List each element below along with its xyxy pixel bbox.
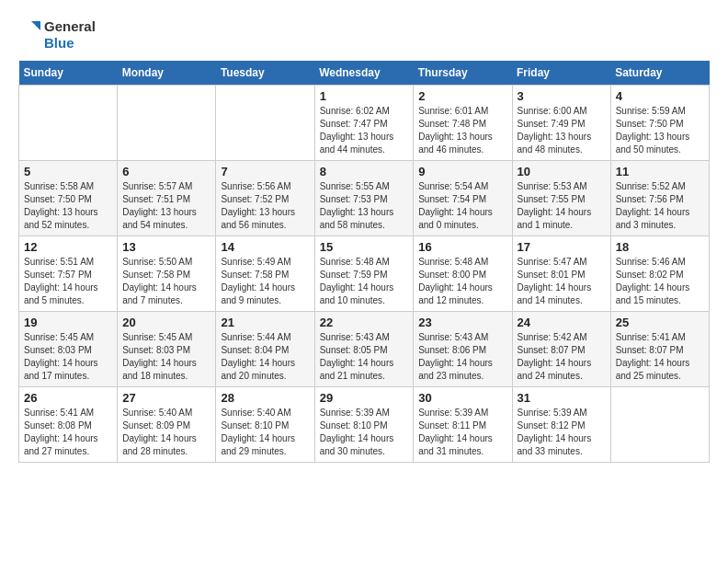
day-info: Sunrise: 5:40 AM Sunset: 8:10 PM Dayligh… bbox=[221, 407, 309, 458]
day-info: Sunrise: 5:47 AM Sunset: 8:01 PM Dayligh… bbox=[518, 256, 606, 307]
day-number: 17 bbox=[518, 240, 606, 254]
day-number: 5 bbox=[24, 165, 112, 178]
calendar-cell: 5Sunrise: 5:58 AM Sunset: 7:50 PM Daylig… bbox=[19, 161, 118, 236]
calendar-cell bbox=[19, 86, 118, 161]
calendar-cell: 31Sunrise: 5:39 AM Sunset: 8:12 PM Dayli… bbox=[512, 387, 610, 463]
day-info: Sunrise: 6:01 AM Sunset: 7:48 PM Dayligh… bbox=[418, 105, 506, 156]
calendar-week-2: 5Sunrise: 5:58 AM Sunset: 7:50 PM Daylig… bbox=[19, 161, 710, 236]
calendar-cell: 6Sunrise: 5:57 AM Sunset: 7:51 PM Daylig… bbox=[118, 161, 216, 236]
logo-text: General Blue bbox=[44, 18, 96, 52]
day-info: Sunrise: 5:43 AM Sunset: 8:05 PM Dayligh… bbox=[320, 331, 409, 383]
header-tuesday: Tuesday bbox=[216, 61, 314, 86]
calendar-cell: 17Sunrise: 5:47 AM Sunset: 8:01 PM Dayli… bbox=[512, 236, 610, 312]
day-info: Sunrise: 6:02 AM Sunset: 7:47 PM Dayligh… bbox=[320, 105, 409, 156]
calendar-cell: 13Sunrise: 5:50 AM Sunset: 7:58 PM Dayli… bbox=[118, 236, 216, 312]
day-number: 31 bbox=[518, 391, 606, 405]
day-info: Sunrise: 5:58 AM Sunset: 7:50 PM Dayligh… bbox=[24, 180, 112, 232]
calendar-cell bbox=[118, 86, 216, 161]
day-number: 28 bbox=[221, 391, 309, 405]
day-info: Sunrise: 5:45 AM Sunset: 8:03 PM Dayligh… bbox=[24, 331, 112, 383]
calendar-table: SundayMondayTuesdayWednesdayThursdayFrid… bbox=[18, 61, 710, 463]
calendar-cell: 20Sunrise: 5:45 AM Sunset: 8:03 PM Dayli… bbox=[118, 312, 216, 387]
page-header: General Blue bbox=[18, 18, 710, 52]
day-number: 10 bbox=[518, 165, 606, 178]
logo: General Blue bbox=[18, 18, 96, 52]
header-saturday: Saturday bbox=[610, 61, 709, 86]
calendar-cell: 28Sunrise: 5:40 AM Sunset: 8:10 PM Dayli… bbox=[216, 387, 314, 463]
calendar-cell bbox=[216, 86, 314, 161]
day-info: Sunrise: 5:59 AM Sunset: 7:50 PM Dayligh… bbox=[616, 105, 704, 156]
calendar-cell: 23Sunrise: 5:43 AM Sunset: 8:06 PM Dayli… bbox=[414, 312, 512, 387]
day-info: Sunrise: 5:50 AM Sunset: 7:58 PM Dayligh… bbox=[122, 256, 210, 307]
day-number: 2 bbox=[418, 89, 506, 103]
day-info: Sunrise: 6:00 AM Sunset: 7:49 PM Dayligh… bbox=[518, 105, 606, 156]
day-number: 3 bbox=[518, 89, 606, 103]
day-info: Sunrise: 5:53 AM Sunset: 7:55 PM Dayligh… bbox=[518, 180, 606, 232]
svg-marker-0 bbox=[31, 21, 40, 30]
day-info: Sunrise: 5:45 AM Sunset: 8:03 PM Dayligh… bbox=[122, 331, 210, 383]
day-number: 22 bbox=[320, 316, 409, 329]
header-sunday: Sunday bbox=[19, 61, 118, 86]
calendar-week-4: 19Sunrise: 5:45 AM Sunset: 8:03 PM Dayli… bbox=[19, 312, 710, 387]
calendar-cell: 26Sunrise: 5:41 AM Sunset: 8:08 PM Dayli… bbox=[19, 387, 118, 463]
day-info: Sunrise: 5:57 AM Sunset: 7:51 PM Dayligh… bbox=[122, 180, 210, 232]
calendar-header-row: SundayMondayTuesdayWednesdayThursdayFrid… bbox=[19, 61, 710, 86]
day-number: 25 bbox=[616, 316, 704, 329]
header-wednesday: Wednesday bbox=[314, 61, 414, 86]
header-friday: Friday bbox=[512, 61, 610, 86]
calendar-cell: 24Sunrise: 5:42 AM Sunset: 8:07 PM Dayli… bbox=[512, 312, 610, 387]
calendar-cell: 4Sunrise: 5:59 AM Sunset: 7:50 PM Daylig… bbox=[610, 86, 709, 161]
day-number: 27 bbox=[122, 391, 210, 405]
day-info: Sunrise: 5:43 AM Sunset: 8:06 PM Dayligh… bbox=[418, 331, 506, 383]
logo-icon bbox=[18, 21, 40, 49]
calendar-week-3: 12Sunrise: 5:51 AM Sunset: 7:57 PM Dayli… bbox=[19, 236, 710, 312]
calendar-week-5: 26Sunrise: 5:41 AM Sunset: 8:08 PM Dayli… bbox=[19, 387, 710, 463]
day-info: Sunrise: 5:41 AM Sunset: 8:07 PM Dayligh… bbox=[616, 331, 704, 383]
day-number: 13 bbox=[122, 240, 210, 254]
logo: General Blue bbox=[18, 18, 96, 52]
day-number: 9 bbox=[418, 165, 506, 178]
calendar-cell: 3Sunrise: 6:00 AM Sunset: 7:49 PM Daylig… bbox=[512, 86, 610, 161]
calendar-cell: 10Sunrise: 5:53 AM Sunset: 7:55 PM Dayli… bbox=[512, 161, 610, 236]
day-info: Sunrise: 5:52 AM Sunset: 7:56 PM Dayligh… bbox=[616, 180, 704, 232]
day-number: 29 bbox=[320, 391, 409, 405]
day-number: 20 bbox=[122, 316, 210, 329]
day-info: Sunrise: 5:55 AM Sunset: 7:53 PM Dayligh… bbox=[320, 180, 409, 232]
day-number: 16 bbox=[418, 240, 506, 254]
calendar-cell: 30Sunrise: 5:39 AM Sunset: 8:11 PM Dayli… bbox=[414, 387, 512, 463]
day-number: 7 bbox=[221, 165, 309, 178]
day-number: 6 bbox=[122, 165, 210, 178]
calendar-cell: 29Sunrise: 5:39 AM Sunset: 8:10 PM Dayli… bbox=[314, 387, 414, 463]
calendar-cell: 12Sunrise: 5:51 AM Sunset: 7:57 PM Dayli… bbox=[19, 236, 118, 312]
calendar-cell: 14Sunrise: 5:49 AM Sunset: 7:58 PM Dayli… bbox=[216, 236, 314, 312]
day-number: 1 bbox=[320, 89, 409, 103]
calendar-cell: 22Sunrise: 5:43 AM Sunset: 8:05 PM Dayli… bbox=[314, 312, 414, 387]
day-info: Sunrise: 5:51 AM Sunset: 7:57 PM Dayligh… bbox=[24, 256, 112, 307]
calendar-cell: 11Sunrise: 5:52 AM Sunset: 7:56 PM Dayli… bbox=[610, 161, 709, 236]
day-number: 11 bbox=[616, 165, 704, 178]
day-number: 12 bbox=[24, 240, 112, 254]
day-number: 18 bbox=[616, 240, 704, 254]
day-number: 15 bbox=[320, 240, 409, 254]
day-info: Sunrise: 5:39 AM Sunset: 8:10 PM Dayligh… bbox=[320, 407, 409, 458]
calendar-cell: 18Sunrise: 5:46 AM Sunset: 8:02 PM Dayli… bbox=[610, 236, 709, 312]
day-info: Sunrise: 5:41 AM Sunset: 8:08 PM Dayligh… bbox=[24, 407, 112, 458]
calendar-cell: 7Sunrise: 5:56 AM Sunset: 7:52 PM Daylig… bbox=[216, 161, 314, 236]
day-info: Sunrise: 5:48 AM Sunset: 8:00 PM Dayligh… bbox=[418, 256, 506, 307]
day-number: 8 bbox=[320, 165, 409, 178]
calendar-cell: 15Sunrise: 5:48 AM Sunset: 7:59 PM Dayli… bbox=[314, 236, 414, 312]
calendar-cell: 21Sunrise: 5:44 AM Sunset: 8:04 PM Dayli… bbox=[216, 312, 314, 387]
calendar-cell: 19Sunrise: 5:45 AM Sunset: 8:03 PM Dayli… bbox=[19, 312, 118, 387]
header-monday: Monday bbox=[118, 61, 216, 86]
calendar-cell: 25Sunrise: 5:41 AM Sunset: 8:07 PM Dayli… bbox=[610, 312, 709, 387]
calendar-cell: 27Sunrise: 5:40 AM Sunset: 8:09 PM Dayli… bbox=[118, 387, 216, 463]
calendar-cell: 8Sunrise: 5:55 AM Sunset: 7:53 PM Daylig… bbox=[314, 161, 414, 236]
calendar-body: 1Sunrise: 6:02 AM Sunset: 7:47 PM Daylig… bbox=[19, 86, 710, 463]
calendar-cell: 9Sunrise: 5:54 AM Sunset: 7:54 PM Daylig… bbox=[414, 161, 512, 236]
calendar-cell: 1Sunrise: 6:02 AM Sunset: 7:47 PM Daylig… bbox=[314, 86, 414, 161]
day-number: 21 bbox=[221, 316, 309, 329]
day-number: 24 bbox=[518, 316, 606, 329]
day-number: 19 bbox=[24, 316, 112, 329]
day-info: Sunrise: 5:40 AM Sunset: 8:09 PM Dayligh… bbox=[122, 407, 210, 458]
day-info: Sunrise: 5:54 AM Sunset: 7:54 PM Dayligh… bbox=[418, 180, 506, 232]
